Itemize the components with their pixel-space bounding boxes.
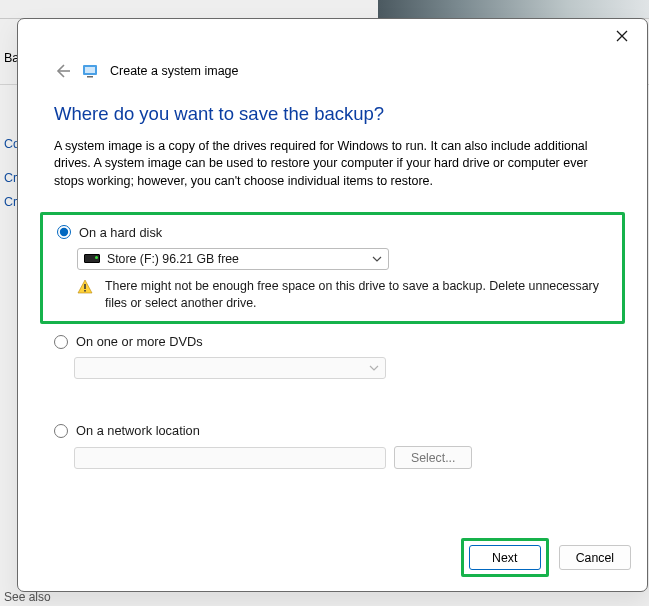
behind-see-also: See also — [4, 590, 51, 604]
highlight-box-hard-disk: On a hard disk Store (F:) 96.21 GB free … — [40, 212, 625, 324]
dialog-window: Create a system image Where do you want … — [17, 18, 648, 592]
radio-dvds-label: On one or more DVDs — [76, 334, 203, 349]
behind-link: Cr — [4, 171, 17, 185]
chevron-down-icon — [369, 363, 379, 373]
radio-network-label: On a network location — [76, 423, 200, 438]
radio-hard-disk[interactable]: On a hard disk — [57, 225, 608, 240]
page-heading: Where do you want to save the backup? — [54, 103, 611, 125]
chevron-down-icon — [372, 254, 382, 264]
radio-network-input[interactable] — [54, 424, 68, 438]
radio-hard-disk-label: On a hard disk — [79, 225, 162, 240]
drive-icon — [84, 254, 100, 263]
page-description: A system image is a copy of the drives r… — [54, 138, 611, 190]
radio-hard-disk-input[interactable] — [57, 225, 71, 239]
cancel-button[interactable]: Cancel — [559, 545, 631, 570]
network-path-input[interactable] — [74, 447, 386, 469]
back-button[interactable] — [54, 63, 70, 79]
system-image-icon — [82, 63, 98, 79]
radio-dvds[interactable]: On one or more DVDs — [54, 334, 611, 349]
next-button[interactable]: Next — [469, 545, 541, 570]
behind-link: Cr — [4, 195, 17, 209]
drive-dropdown-value: Store (F:) 96.21 GB free — [107, 252, 239, 266]
arrow-left-icon — [54, 63, 70, 79]
dvd-dropdown[interactable] — [74, 357, 386, 379]
radio-network[interactable]: On a network location — [54, 423, 611, 438]
svg-rect-4 — [84, 290, 86, 292]
warning-text: There might not be enough free space on … — [105, 278, 608, 311]
drive-dropdown[interactable]: Store (F:) 96.21 GB free — [77, 248, 389, 270]
select-network-button[interactable]: Select... — [394, 446, 472, 469]
radio-dvds-input[interactable] — [54, 335, 68, 349]
svg-rect-2 — [87, 76, 93, 78]
dialog-title: Create a system image — [110, 64, 239, 78]
title-bar — [18, 19, 647, 51]
svg-rect-1 — [85, 67, 95, 73]
highlight-box-next: Next — [461, 538, 549, 577]
close-icon — [616, 30, 628, 42]
svg-rect-3 — [84, 284, 86, 289]
close-button[interactable] — [605, 25, 639, 47]
warning-icon — [77, 279, 93, 295]
